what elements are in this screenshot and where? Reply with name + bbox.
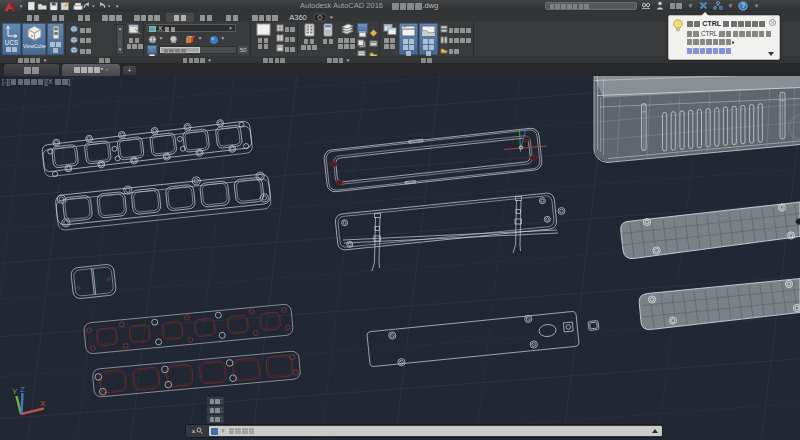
svg-text:X: X xyxy=(40,399,46,408)
svg-text:?: ? xyxy=(742,2,746,9)
svg-text:Y: Y xyxy=(12,387,18,396)
svg-text:Z: Z xyxy=(20,385,25,394)
